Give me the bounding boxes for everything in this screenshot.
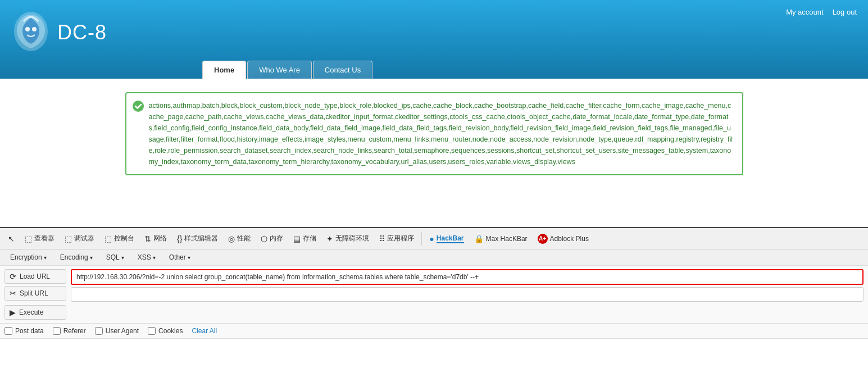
devtool-hackbar[interactable]: ● HackBar	[425, 232, 468, 246]
debugger-icon: ⬚	[65, 234, 72, 243]
tab-home[interactable]: Home	[202, 61, 246, 79]
hackbar-other-label: Other	[169, 253, 186, 261]
separator-1	[421, 232, 422, 246]
devtool-accessibility[interactable]: ✦ 无障碍环境	[322, 231, 374, 246]
encoding-dropdown-icon: ▾	[90, 255, 93, 261]
accessibility-icon: ✦	[326, 234, 333, 243]
load-url-icon: ⟳	[10, 272, 16, 281]
svg-point-2	[32, 27, 37, 31]
devtool-storage[interactable]: ▤ 存储	[289, 231, 321, 246]
devtool-console-label: 控制台	[114, 234, 134, 243]
storage-icon: ▤	[293, 234, 301, 243]
hackbar-bottom-bar: Post data Referer User Agent Cookies Cle…	[0, 323, 868, 338]
url-area: ⟳ Load URL ✂ Split URL ▶ Execute	[0, 266, 868, 323]
xss-dropdown-icon: ▾	[153, 255, 156, 261]
devtool-application-label: 应用程序	[387, 234, 414, 243]
load-url-label: Load URL	[20, 273, 50, 280]
split-url-label: Split URL	[20, 289, 48, 297]
nav-tabs: Home Who We Are Contact Us	[0, 61, 868, 79]
execute-label: Execute	[19, 308, 43, 316]
devtool-style-editor-label: 样式编辑器	[184, 234, 218, 243]
site-title: DC-8	[57, 21, 107, 44]
top-right-links: My account Log out	[786, 8, 857, 16]
svg-point-1	[25, 27, 30, 31]
dev-toolbar: ↖ ⬚ 查看器 ⬚ 调试器 ⬚ 控制台 ⇅ 网络 {} 样式编辑器 ◎ 性能 ⬡…	[0, 227, 868, 249]
hackbar-encoding-label: Encoding	[60, 253, 88, 261]
url-input-field[interactable]	[71, 269, 864, 285]
user-agent-label: User Agent	[106, 327, 139, 335]
hackbar-area: Encryption ▾ Encoding ▾ SQL ▾ XSS ▾ Othe…	[0, 249, 868, 339]
devtool-adblock-label: Adblock Plus	[550, 235, 589, 243]
devtool-adblock[interactable]: A+ Adblock Plus	[533, 231, 593, 246]
success-icon	[132, 100, 144, 112]
devtool-performance-label: 性能	[237, 234, 251, 243]
hackbar-encryption-menu[interactable]: Encryption ▾	[4, 252, 52, 263]
user-agent-checkbox-item[interactable]: User Agent	[95, 327, 139, 335]
devtool-cursor[interactable]: ↖	[3, 232, 19, 246]
devtool-hackbar-label: HackBar	[437, 234, 464, 243]
hackbar-menu: Encryption ▾ Encoding ▾ SQL ▾ XSS ▾ Othe…	[0, 249, 868, 266]
maxhackbar-icon: 🔒	[474, 234, 484, 243]
devtool-debugger[interactable]: ⬚ 调试器	[60, 231, 99, 246]
url-input-field-2[interactable]	[71, 287, 864, 302]
drupal-logo-icon	[11, 10, 51, 55]
devtool-memory-label: 内存	[270, 234, 283, 243]
execute-button[interactable]: ▶ Execute	[4, 305, 66, 320]
url-inputs	[71, 269, 864, 302]
url-side-buttons: ⟳ Load URL ✂ Split URL ▶ Execute	[4, 269, 66, 320]
hackbar-sql-menu[interactable]: SQL ▾	[101, 252, 130, 263]
hackbar-other-menu[interactable]: Other ▾	[163, 252, 196, 263]
my-account-link[interactable]: My account	[786, 8, 823, 16]
cookies-checkbox[interactable]	[148, 327, 156, 335]
devtool-performance[interactable]: ◎ 性能	[224, 231, 255, 246]
devtool-debugger-label: 调试器	[74, 234, 94, 243]
devtool-console[interactable]: ⬚ 控制台	[100, 231, 139, 246]
hackbar-xss-label: XSS	[138, 253, 151, 261]
log-out-link[interactable]: Log out	[833, 8, 857, 16]
memory-icon: ⬡	[261, 234, 267, 243]
style-editor-icon: {}	[177, 234, 182, 243]
clear-all-button[interactable]: Clear All	[192, 327, 217, 335]
load-url-button[interactable]: ⟳ Load URL	[4, 269, 66, 284]
referer-label: Referer	[63, 327, 86, 335]
network-icon: ⇅	[144, 234, 151, 243]
result-text: actions,authmap,batch,block,block_custom…	[149, 102, 733, 166]
hackbar-encryption-label: Encryption	[10, 253, 42, 261]
devtool-application[interactable]: ⠿ 应用程序	[375, 231, 419, 246]
post-data-label: Post data	[15, 327, 44, 335]
user-agent-checkbox[interactable]	[95, 327, 103, 335]
devtool-network-label: 网络	[153, 234, 167, 243]
performance-icon: ◎	[228, 234, 235, 243]
cookies-label: Cookies	[158, 327, 183, 335]
application-icon: ⠿	[379, 234, 385, 243]
execute-icon: ▶	[10, 308, 16, 317]
devtool-memory[interactable]: ⬡ 内存	[256, 231, 288, 246]
devtool-maxhackbar[interactable]: 🔒 Max HacKBar	[470, 232, 532, 246]
devtool-network[interactable]: ⇅ 网络	[140, 231, 171, 246]
hackbar-encoding-menu[interactable]: Encoding ▾	[54, 252, 98, 263]
split-url-button[interactable]: ✂ Split URL	[4, 286, 66, 301]
devtool-accessibility-label: 无障碍环境	[335, 234, 369, 243]
referer-checkbox[interactable]	[53, 327, 61, 335]
referer-checkbox-item[interactable]: Referer	[53, 327, 86, 335]
post-data-checkbox[interactable]	[4, 327, 12, 335]
devtool-inspector[interactable]: ⬚ 查看器	[20, 231, 59, 246]
devtool-maxhackbar-label: Max HacKBar	[486, 235, 528, 243]
devtool-inspector-label: 查看器	[34, 234, 54, 243]
svg-point-3	[133, 101, 144, 112]
content-area: actions,authmap,batch,block,block_custom…	[0, 81, 868, 227]
header: My account Log out DC-8 Home Who We Are …	[0, 0, 868, 79]
post-data-checkbox-item[interactable]: Post data	[4, 327, 44, 335]
cursor-icon: ↖	[8, 234, 15, 243]
cookies-checkbox-item[interactable]: Cookies	[148, 327, 183, 335]
other-dropdown-icon: ▾	[188, 255, 190, 261]
devtool-style-editor[interactable]: {} 样式编辑器	[172, 231, 222, 246]
hackbar-xss-menu[interactable]: XSS ▾	[132, 252, 161, 263]
split-url-icon: ✂	[10, 289, 16, 298]
adblock-icon: A+	[538, 234, 548, 244]
inspector-icon: ⬚	[25, 234, 32, 243]
console-icon: ⬚	[104, 234, 112, 243]
tab-who-we-are[interactable]: Who We Are	[247, 61, 312, 79]
tab-contact-us[interactable]: Contact Us	[313, 61, 372, 79]
sql-dropdown-icon: ▾	[121, 255, 124, 261]
